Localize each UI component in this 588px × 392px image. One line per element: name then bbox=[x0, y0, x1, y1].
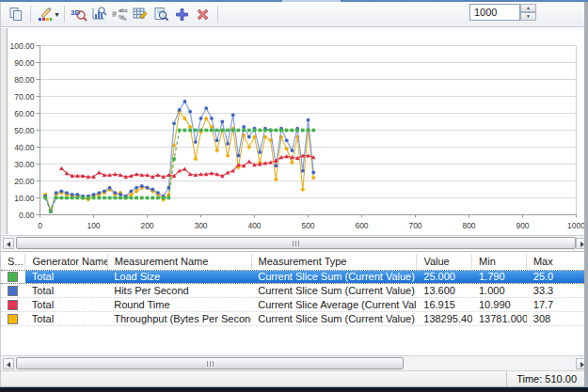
square-marker bbox=[71, 196, 74, 200]
cell-max: 308 bbox=[527, 312, 588, 325]
scroll-grip-icon bbox=[207, 361, 215, 367]
square-marker bbox=[124, 196, 128, 200]
cell-min: 10.990 bbox=[472, 298, 527, 311]
dropdown-arrow-icon[interactable]: ▼ bbox=[54, 11, 60, 18]
cell-value: 16.915 bbox=[417, 298, 472, 311]
spinner-down-icon[interactable]: ▼ bbox=[520, 12, 536, 21]
circle-marker bbox=[140, 184, 144, 188]
svg-text:#: # bbox=[112, 9, 117, 19]
measurement-table: S...Generator NameMeasurement NameMeasur… bbox=[0, 251, 588, 355]
window-bottom-edge bbox=[0, 386, 588, 392]
circle-marker bbox=[307, 118, 310, 122]
square-marker bbox=[146, 196, 150, 200]
circle-marker bbox=[108, 186, 112, 190]
square-marker bbox=[156, 196, 160, 200]
circle-marker bbox=[151, 188, 154, 192]
square-marker bbox=[87, 196, 90, 200]
spinner-up-icon[interactable]: ▲ bbox=[520, 4, 536, 12]
table-row[interactable]: TotalHits Per SecondCurrent Slice Sum (C… bbox=[1, 284, 588, 298]
scroll-grip-icon bbox=[293, 241, 300, 246]
square-marker bbox=[311, 129, 315, 133]
circle-marker bbox=[194, 140, 198, 144]
column-header[interactable]: S... bbox=[1, 254, 25, 270]
table-body: TotalLoad SizeCurrent Slice Sum (Current… bbox=[1, 270, 588, 326]
y-tick-label: 60.00 bbox=[14, 109, 35, 118]
table-row[interactable]: TotalRound TimeCurrent Slice Average (Cu… bbox=[1, 298, 588, 312]
square-marker bbox=[97, 196, 101, 200]
cell-value: 25.000 bbox=[417, 271, 472, 283]
diamond-marker bbox=[311, 175, 316, 180]
cell-max: 25.0 bbox=[527, 271, 588, 283]
cell-measurement: Hits Per Second bbox=[107, 284, 251, 297]
diamond-marker bbox=[215, 149, 219, 153]
square-marker bbox=[178, 129, 182, 133]
circle-marker bbox=[285, 138, 289, 142]
range-spinner: ▲ ▼ bbox=[520, 4, 536, 21]
table-scroll-thumb[interactable] bbox=[16, 357, 404, 369]
edit-grid-icon[interactable] bbox=[132, 5, 151, 24]
square-marker bbox=[204, 129, 208, 133]
cell-max: 33.3 bbox=[527, 284, 588, 297]
chart-splitter[interactable] bbox=[1, 28, 8, 234]
circle-marker bbox=[92, 193, 96, 196]
y-tick-label: 90.00 bbox=[14, 58, 35, 68]
cell-measurement: Load Size bbox=[107, 271, 251, 283]
number-format-icon[interactable]: # abc % x bbox=[111, 5, 130, 24]
column-header[interactable]: Measurement Name bbox=[108, 254, 252, 270]
cell-generator: Total bbox=[25, 284, 107, 297]
scroll-left-icon[interactable] bbox=[3, 238, 14, 249]
circle-marker bbox=[71, 193, 74, 196]
cell-max: 17.7 bbox=[527, 298, 588, 311]
diamond-marker bbox=[300, 187, 305, 192]
add-icon[interactable] bbox=[173, 5, 192, 24]
square-marker bbox=[140, 196, 144, 200]
chart-hscrollbar[interactable] bbox=[1, 235, 585, 250]
range-input[interactable]: 1000 bbox=[469, 4, 520, 21]
remove-icon[interactable] bbox=[194, 5, 213, 24]
square-marker bbox=[151, 196, 154, 200]
chart-panel: 0.0010.0020.0030.0040.0050.0060.0070.008… bbox=[0, 28, 588, 234]
cell-type: Current Slice Average (Current Value) bbox=[251, 298, 417, 311]
circle-marker bbox=[183, 100, 187, 103]
zoom-3d-icon[interactable]: 3D bbox=[70, 5, 88, 24]
color-style-icon[interactable] bbox=[36, 5, 55, 24]
square-marker bbox=[258, 129, 262, 133]
square-marker bbox=[226, 129, 230, 133]
scroll-left-icon[interactable] bbox=[3, 358, 14, 369]
table-hscrollbar[interactable] bbox=[1, 355, 585, 370]
circle-marker bbox=[188, 110, 192, 114]
circle-marker bbox=[103, 189, 106, 193]
chart-zoom-icon[interactable] bbox=[90, 5, 109, 24]
square-marker bbox=[167, 196, 171, 200]
series-color-swatch bbox=[8, 272, 18, 282]
circle-marker bbox=[301, 169, 305, 173]
square-marker bbox=[130, 196, 134, 200]
square-marker bbox=[49, 210, 53, 213]
square-marker bbox=[215, 129, 219, 133]
square-marker bbox=[269, 129, 273, 133]
toolbar-separator bbox=[30, 6, 31, 23]
measurement-chart-window: ▼ 3D # abc % x bbox=[0, 0, 588, 392]
svg-text:x: x bbox=[124, 16, 127, 22]
x-tick-label: 700 bbox=[408, 221, 421, 230]
copy-icon[interactable] bbox=[7, 5, 25, 24]
series-color-swatch bbox=[8, 286, 18, 296]
square-marker bbox=[76, 196, 80, 200]
chart-scroll-thumb[interactable] bbox=[16, 237, 576, 249]
diamond-marker bbox=[193, 157, 198, 162]
series-line-throughput-bytes-per-second- bbox=[45, 112, 313, 210]
table-row[interactable]: TotalThroughput (Bytes Per Second)Curren… bbox=[1, 312, 588, 326]
column-header[interactable]: Value bbox=[417, 254, 472, 270]
x-tick-label: 400 bbox=[247, 221, 261, 230]
column-header[interactable]: Max bbox=[527, 254, 588, 270]
column-header[interactable]: Min bbox=[472, 254, 527, 270]
table-row[interactable]: TotalLoad SizeCurrent Slice Sum (Current… bbox=[1, 270, 588, 284]
cell-min: 1.790 bbox=[472, 271, 527, 283]
search-report-icon[interactable] bbox=[152, 5, 171, 24]
square-marker bbox=[183, 129, 187, 133]
column-header[interactable]: Measurement Type bbox=[252, 254, 418, 270]
square-marker bbox=[103, 196, 106, 200]
column-header[interactable]: Generator Name bbox=[25, 254, 107, 270]
toolbar-separator bbox=[217, 6, 218, 23]
y-tick-label: 80.00 bbox=[14, 75, 35, 85]
